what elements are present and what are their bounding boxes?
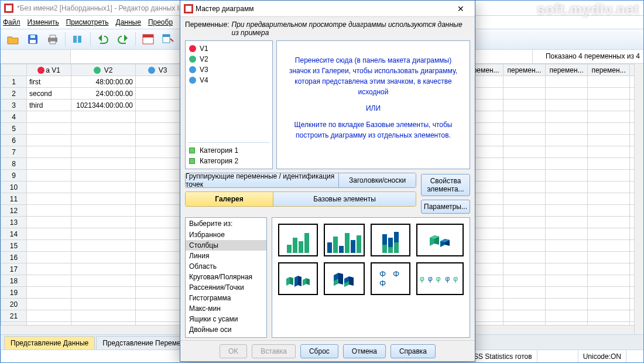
thumb-bar-simple[interactable] bbox=[278, 224, 318, 256]
gallery-category-item[interactable]: Двойные оси bbox=[186, 324, 266, 335]
print-button[interactable] bbox=[44, 31, 61, 47]
undo-button[interactable] bbox=[94, 31, 112, 47]
variables-list[interactable]: V1V2V3V4 Категория 1Категория 2 bbox=[185, 40, 273, 169]
svg-rect-13 bbox=[163, 35, 170, 37]
chart-canvas-placeholder[interactable]: Перенесите сюда (в панель макета диаграм… bbox=[276, 40, 470, 169]
v-scrollbar[interactable] bbox=[634, 64, 643, 334]
svg-rect-15 bbox=[186, 6, 191, 12]
dialog-icon bbox=[184, 4, 193, 13]
variable-item[interactable]: V3 bbox=[188, 64, 270, 75]
gallery-category-item[interactable]: Ящики с усами bbox=[186, 314, 266, 324]
canvas-instruction-2: Щелкните по вкладке Базовые элементы, чт… bbox=[286, 119, 460, 141]
variables-label: Переменные: bbox=[185, 20, 229, 29]
gallery-category-item[interactable]: Рассеяния/Точки bbox=[186, 282, 266, 293]
open-button[interactable] bbox=[4, 31, 22, 47]
gallery-category-list[interactable]: Выберите из: ИзбранноеСтолбцыЛинияОбласт… bbox=[185, 217, 267, 338]
variable-item[interactable]: V2 bbox=[188, 54, 270, 64]
gallery-category-item[interactable]: Столбцы bbox=[186, 240, 266, 251]
category-item: Категория 1 bbox=[188, 145, 270, 156]
dialog-buttons: OK Вставка Сброс Отмена Справка bbox=[180, 340, 475, 361]
options-button[interactable]: Параметры... bbox=[421, 200, 470, 214]
gallery-category-item[interactable]: Гистограмма bbox=[186, 293, 266, 303]
gallery-category-item[interactable]: Область bbox=[186, 261, 266, 272]
tab-data-view[interactable]: Представление Данные bbox=[4, 336, 95, 350]
reset-button[interactable]: Сброс bbox=[300, 344, 338, 358]
cancel-button[interactable]: Отмена bbox=[343, 344, 386, 358]
dialog-title: Мастер диаграмм bbox=[193, 5, 450, 13]
svg-rect-9 bbox=[78, 36, 81, 43]
unicode-status: Unicode:ON bbox=[578, 350, 626, 362]
var-count-status: Показано 4 переменных из 4 bbox=[532, 50, 643, 63]
menu-file[interactable]: Файл bbox=[3, 18, 20, 26]
upper-tabs: Группирующие переменные / идентификация … bbox=[185, 173, 416, 188]
thumb-bar-stacked[interactable] bbox=[371, 224, 410, 256]
redo-button[interactable] bbox=[114, 31, 132, 47]
recall-button[interactable] bbox=[69, 31, 87, 47]
variable-item[interactable]: V1 bbox=[188, 43, 270, 54]
find-button[interactable] bbox=[159, 31, 177, 47]
tab-basic-elements[interactable]: Базовые элементы bbox=[273, 192, 416, 206]
dialog-titlebar: Мастер диаграмм ✕ bbox=[180, 1, 475, 17]
svg-rect-3 bbox=[30, 40, 36, 43]
svg-rect-6 bbox=[50, 35, 56, 38]
choose-from-label: Выберите из: bbox=[186, 218, 266, 230]
thumb-bar-3d-stacked[interactable] bbox=[324, 262, 365, 295]
gallery-category-item[interactable]: Круговая/Полярная bbox=[186, 272, 266, 282]
gallery-tabs: Галерея Базовые элементы bbox=[185, 191, 416, 207]
variables-hint: При предварительном просмотре диаграммы … bbox=[231, 20, 470, 37]
app-icon bbox=[4, 4, 13, 13]
svg-rect-11 bbox=[143, 35, 153, 37]
chart-thumbnails: Φ ΦΦ φ φ φφ φ bbox=[272, 217, 470, 338]
close-icon[interactable]: ✕ bbox=[450, 2, 471, 15]
canvas-instruction-1: Перенесите сюда (в панель макета диаграм… bbox=[286, 55, 460, 97]
element-properties-button[interactable]: Свойства элемента... bbox=[421, 174, 470, 196]
gallery-category-item[interactable]: Избранное bbox=[186, 230, 266, 240]
save-button[interactable] bbox=[24, 31, 42, 47]
menu-transform[interactable]: Преобр bbox=[148, 18, 173, 26]
svg-rect-7 bbox=[50, 41, 56, 44]
svg-rect-8 bbox=[73, 36, 77, 43]
thumb-bar-3d[interactable] bbox=[416, 224, 464, 256]
svg-rect-1 bbox=[6, 5, 12, 11]
thumb-bar-3d-clustered[interactable] bbox=[278, 262, 318, 295]
category-item: Категория 2 bbox=[188, 156, 270, 166]
gallery-category-item[interactable]: Макс-мин bbox=[186, 303, 266, 314]
variables-label-row: Переменные: При предварительном просмотр… bbox=[185, 20, 470, 37]
categories-list: Категория 1Категория 2 bbox=[188, 142, 270, 166]
help-button[interactable]: Справка bbox=[390, 344, 436, 358]
tab-titles[interactable]: Заголовки/сноски bbox=[339, 173, 416, 187]
goto-button[interactable] bbox=[139, 31, 157, 47]
thumb-bar-error-1[interactable]: Φ ΦΦ bbox=[371, 262, 410, 295]
svg-rect-4 bbox=[30, 35, 35, 38]
tab-gallery[interactable]: Галерея bbox=[186, 192, 273, 206]
menu-view[interactable]: Присмотреть bbox=[66, 18, 109, 26]
ok-button: OK bbox=[220, 344, 247, 358]
name-box[interactable] bbox=[1, 50, 71, 63]
variable-item[interactable]: V4 bbox=[188, 75, 270, 85]
chart-builder-dialog: Мастер диаграмм ✕ Переменные: При предва… bbox=[180, 0, 475, 362]
thumb-bar-clustered[interactable] bbox=[324, 224, 365, 256]
menu-edit[interactable]: Изменить bbox=[28, 18, 59, 26]
paste-button: Вставка bbox=[252, 344, 296, 358]
menu-data[interactable]: Данные bbox=[116, 18, 141, 26]
canvas-or: ИЛИ bbox=[286, 103, 460, 114]
thumb-bar-error-2[interactable]: φ φ φφ φ bbox=[416, 262, 464, 295]
tab-groups[interactable]: Группирующие переменные / идентификация … bbox=[186, 173, 339, 187]
gallery-category-item[interactable]: Линия bbox=[186, 251, 266, 261]
